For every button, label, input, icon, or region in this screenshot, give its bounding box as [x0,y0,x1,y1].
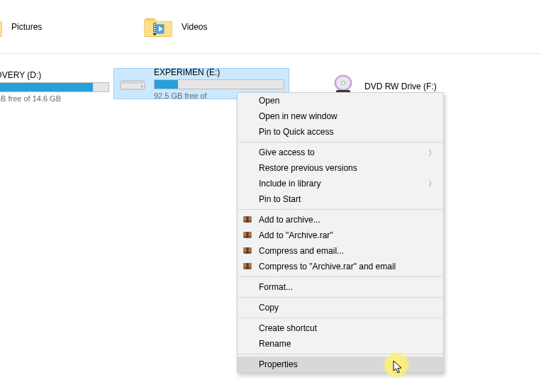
drive-capacity-bar [154,79,284,89]
menu-separator [238,142,442,142]
menu-label: Create shortcut [259,323,317,333]
folder-icon [143,14,173,40]
menu-label: Add to archive... [259,215,320,225]
svg-rect-5 [154,28,156,29]
folder-videos[interactable]: Videos [139,13,211,41]
folder-pictures[interactable]: Pictures [0,13,46,41]
drive-name: DVD RW Drive (F:) [364,82,496,91]
context-menu: Open Open in new window Pin to Quick acc… [237,92,444,373]
menu-separator [238,276,442,277]
drive-free-text: 1.74 GB free of 14.6 GB [0,94,109,103]
menu-pin-to-start[interactable]: Pin to Start [238,191,443,207]
svg-point-17 [342,82,345,85]
hdd-icon [118,72,147,95]
menu-compress-to-rar-email[interactable]: Compress to "Archive.rar" and email [238,259,443,274]
svg-rect-31 [247,248,249,254]
svg-rect-4 [154,26,156,27]
menu-label: Give access to [259,147,315,157]
menu-label: Pin to Start [259,194,301,204]
menu-label: Copy [259,303,279,313]
menu-label: Pin to Quick access [259,127,333,137]
menu-separator [238,209,442,210]
menu-label: Properties [259,359,298,369]
svg-rect-13 [121,81,145,84]
menu-label: Compress to "Archive.rar" and email [259,262,396,271]
menu-format[interactable]: Format... [238,279,443,295]
menu-separator [238,297,442,298]
winrar-icon [242,214,253,225]
menu-restore-previous[interactable]: Restore previous versions [238,160,443,176]
menu-label: Add to "Archive.rar" [259,230,333,240]
menu-label: Format... [259,282,293,292]
winrar-icon [242,245,253,257]
menu-label: Include in library [259,179,320,189]
menu-rename[interactable]: Rename [238,336,443,352]
svg-rect-3 [154,23,156,25]
menu-properties[interactable]: Properties [238,357,443,372]
drive-name: EXPERIMEN (E:) [154,67,284,77]
folder-label: Videos [182,22,207,32]
menu-add-to-archive-rar[interactable]: Add to "Archive.rar" [238,228,443,243]
svg-rect-27 [247,233,249,238]
menu-include-in-library[interactable]: Include in library 〉 [238,176,443,191]
chevron-right-icon: 〉 [428,147,436,158]
svg-rect-6 [154,30,156,31]
menu-label: Restore previous versions [259,163,357,173]
menu-separator [238,354,442,354]
svg-rect-23 [247,217,249,223]
folder-label: Pictures [11,22,42,32]
menu-separator [238,318,442,318]
winrar-icon [242,261,253,272]
drive-recovery[interactable]: RECOVERY (D:) 1.74 GB free of 14.6 GB [0,71,113,102]
menu-add-to-archive[interactable]: Add to archive... [238,212,443,228]
folder-icon [0,14,3,40]
svg-point-14 [141,86,143,88]
drive-capacity-bar [0,82,109,92]
menu-label: Rename [259,339,291,349]
menu-open[interactable]: Open [238,93,443,108]
svg-rect-35 [247,264,249,269]
menu-pin-quick-access[interactable]: Pin to Quick access [238,124,443,140]
drive-name: RECOVERY (D:) [0,70,109,80]
menu-open-new-window[interactable]: Open in new window [238,108,443,124]
menu-copy[interactable]: Copy [238,300,443,315]
menu-create-shortcut[interactable]: Create shortcut [238,320,443,336]
chevron-right-icon: 〉 [428,179,436,189]
menu-label: Open in new window [259,111,338,121]
menu-label: Open [259,96,279,106]
menu-label: Compress and email... [259,246,344,256]
winrar-icon [242,230,253,241]
menu-give-access-to[interactable]: Give access to 〉 [238,145,443,160]
section-divider [0,53,541,54]
svg-rect-7 [154,32,156,33]
menu-compress-and-email[interactable]: Compress and email... [238,243,443,259]
